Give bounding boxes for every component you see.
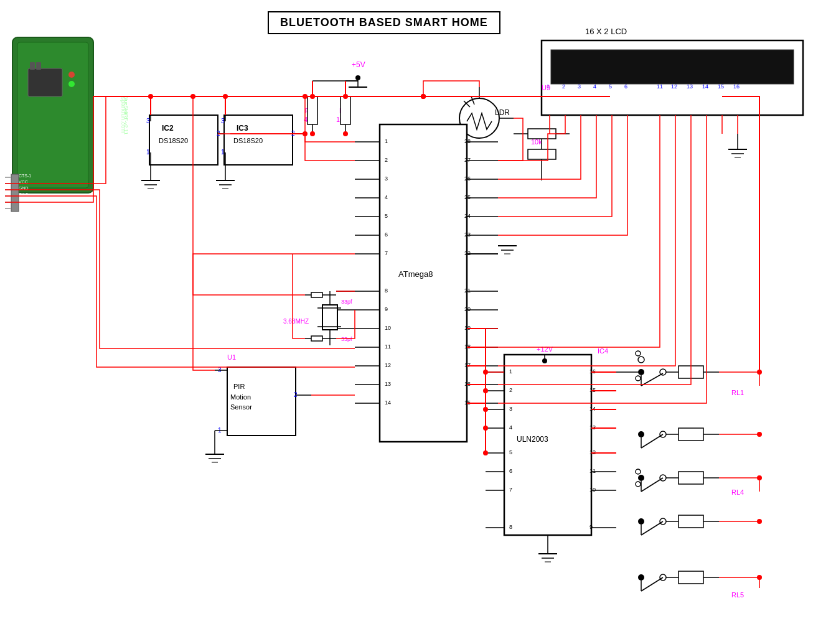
svg-text:14: 14 [702,83,708,90]
svg-text:IC4: IC4 [598,347,608,355]
svg-text:2: 2 [385,157,388,163]
svg-text:7: 7 [509,487,512,493]
svg-point-252 [636,469,641,474]
svg-text:9: 9 [589,524,593,530]
svg-rect-6 [36,62,41,70]
svg-point-311 [757,519,762,524]
svg-point-232 [660,369,666,375]
svg-text:10: 10 [385,325,391,331]
svg-rect-1 [17,42,88,188]
svg-rect-248 [679,472,703,484]
svg-point-307 [421,94,426,99]
svg-text:Sensor: Sensor [230,403,252,411]
circuit-svg: sparkfun.com BlueSMiRF-v2.11 CTS-1 VCC G… [0,0,836,644]
svg-point-313 [310,131,315,136]
svg-point-316 [483,388,488,393]
svg-text:25: 25 [464,194,471,200]
svg-text:11: 11 [385,343,391,350]
svg-text:13: 13 [385,381,391,387]
svg-point-309 [757,432,762,437]
resistor-r1: R1 10k [336,81,350,134]
svg-text:1: 1 [221,149,225,156]
svg-text:4: 4 [385,194,388,200]
svg-text:1: 1 [509,368,512,375]
pir-motion-sensor: U1 PIR Motion Sensor 3 2 1 [205,353,311,462]
svg-text:5: 5 [609,83,612,90]
svg-line-266 [641,434,663,448]
svg-rect-4 [28,68,62,96]
resistor-r10: R10 4.7k [304,81,317,134]
svg-point-241 [636,376,641,381]
svg-text:5: 5 [385,213,388,219]
svg-point-264 [638,431,644,437]
svg-text:33pf: 33pf [341,336,352,342]
svg-text:15: 15 [718,83,724,90]
svg-rect-164 [311,292,322,297]
svg-rect-159 [322,305,337,330]
ic2-ds18s20: IC2 DS18S20 1 2 3 [146,115,230,165]
svg-text:1: 1 [385,138,388,144]
svg-point-51 [355,75,360,80]
ground-ic2 [141,162,160,189]
svg-text:12: 12 [671,83,677,90]
svg-text:16: 16 [733,83,740,90]
svg-text:16 X 2 LCD: 16 X 2 LCD [585,27,627,36]
svg-point-314 [343,131,348,136]
svg-line-245 [641,478,663,492]
svg-rect-68 [528,149,556,159]
svg-text:RL4: RL4 [731,488,744,496]
svg-text:RL5: RL5 [731,591,744,599]
svg-text:5: 5 [509,449,512,455]
power-5v: +5V [312,60,367,87]
ic3-ds18s20: IC3 DS18S20 1 2 3 [221,115,305,165]
svg-text:DS18S20: DS18S20 [233,137,263,144]
svg-text:6: 6 [385,231,388,238]
svg-rect-260 [679,571,703,584]
svg-point-236 [638,357,644,363]
svg-text:LDR: LDR [495,108,510,117]
crystal-3.68mhz: 3.68MHZ 33pf 33pf [283,291,352,345]
svg-text:28: 28 [464,138,471,144]
svg-text:3: 3 [385,175,388,182]
svg-text:IC3: IC3 [237,124,248,133]
ground-atmega8 [467,246,517,254]
svg-point-306 [190,94,195,99]
bluetooth-module: sparkfun.com BlueSMiRF-v2.11 CTS-1 VCC G… [5,37,129,212]
svg-point-321 [303,94,308,99]
svg-text:RL1: RL1 [731,389,744,396]
svg-text:33pf: 33pf [341,299,352,305]
resistor-r2: R2 10k 10K [514,129,570,180]
svg-rect-73 [551,50,794,84]
atmega8: ATmega8 1 2 3 4 5 6 7 8 9 10 11 12 13 14… [336,124,498,442]
relay-rl2 [638,428,759,448]
svg-text:6: 6 [624,83,627,90]
svg-point-272 [638,518,644,525]
svg-text:11: 11 [589,468,596,474]
svg-text:PIR: PIR [233,383,245,390]
svg-text:ULN2003: ULN2003 [517,435,548,444]
svg-point-8 [68,81,75,87]
svg-rect-43 [308,96,317,124]
svg-point-310 [757,475,762,480]
svg-text:21: 21 [464,287,471,294]
svg-rect-186 [504,355,591,535]
svg-text:RTS-0: RTS-0 [19,205,31,209]
svg-text:DS18S20: DS18S20 [159,137,188,144]
svg-text:3.68MHZ: 3.68MHZ [283,318,309,325]
svg-rect-5 [30,62,35,70]
circuit-diagram: BLUETOOTH BASED SMART HOME sparkfun.com … [0,0,836,644]
svg-point-255 [638,574,644,581]
svg-text:1: 1 [146,149,150,156]
svg-text:14: 14 [385,399,391,406]
uln2003: ULN2003 1 2 3 4 5 6 7 8 16 15 14 13 12 1… [486,355,616,562]
svg-text:IC2: IC2 [162,124,174,133]
svg-point-318 [483,426,488,431]
svg-text:U1: U1 [227,353,236,361]
svg-point-308 [757,370,762,375]
svg-text:8: 8 [509,524,512,530]
svg-text:13: 13 [687,83,693,90]
svg-text:27: 27 [464,157,471,163]
svg-point-319 [483,450,488,455]
svg-text:Motion: Motion [230,393,251,401]
svg-text:4: 4 [509,424,512,431]
